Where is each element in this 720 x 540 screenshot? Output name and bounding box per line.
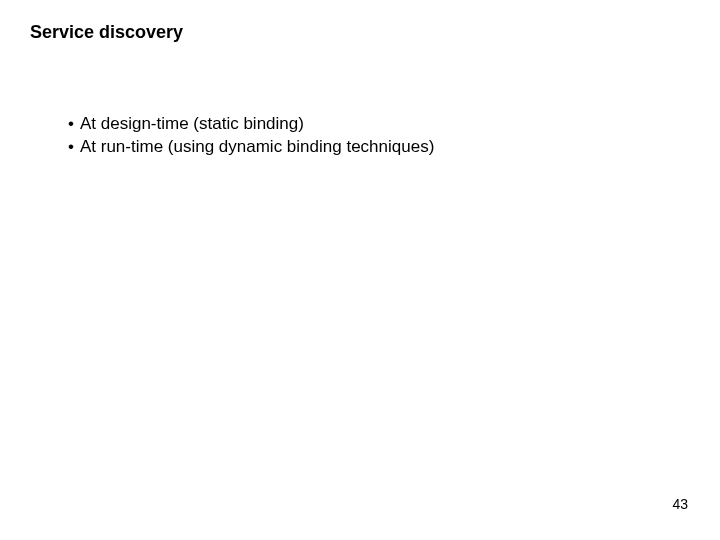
bullet-icon: • (68, 136, 74, 159)
slide-container: Service discovery • At design-time (stat… (0, 0, 720, 540)
bullet-text: At design-time (static binding) (80, 113, 304, 136)
slide-title: Service discovery (30, 22, 690, 43)
bullet-list: • At design-time (static binding) • At r… (30, 113, 690, 159)
list-item: • At design-time (static binding) (68, 113, 690, 136)
bullet-icon: • (68, 113, 74, 136)
page-number: 43 (672, 496, 688, 512)
bullet-text: At run-time (using dynamic binding techn… (80, 136, 434, 159)
list-item: • At run-time (using dynamic binding tec… (68, 136, 690, 159)
